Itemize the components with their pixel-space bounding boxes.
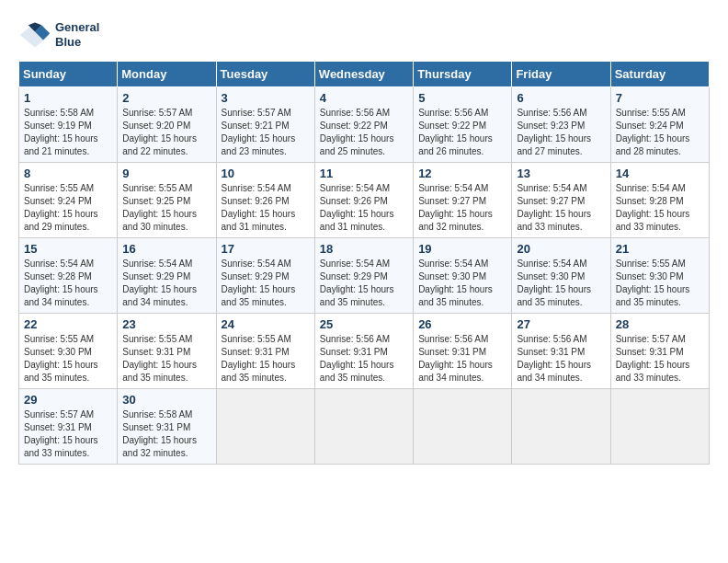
- day-info: Sunrise: 5:54 AMSunset: 9:26 PMDaylight:…: [222, 182, 310, 234]
- calendar-cell: 1Sunrise: 5:58 AMSunset: 9:19 PMDaylight…: [19, 87, 118, 163]
- day-info: Sunrise: 5:54 AMSunset: 9:29 PMDaylight:…: [222, 258, 310, 309]
- day-info: Sunrise: 5:55 AMSunset: 9:25 PMDaylight:…: [122, 182, 210, 234]
- calendar-cell: 23Sunrise: 5:55 AMSunset: 9:31 PMDayligh…: [118, 314, 216, 389]
- calendar-cell: 14Sunrise: 5:54 AMSunset: 9:28 PMDayligh…: [610, 163, 709, 238]
- calendar-header-wednesday: Wednesday: [314, 62, 413, 87]
- calendar-cell: [314, 389, 413, 465]
- calendar-cell: 11Sunrise: 5:54 AMSunset: 9:26 PMDayligh…: [314, 163, 413, 238]
- calendar-cell: 8Sunrise: 5:55 AMSunset: 9:24 PMDaylight…: [19, 163, 118, 238]
- calendar-cell: 29Sunrise: 5:57 AMSunset: 9:31 PMDayligh…: [19, 389, 118, 465]
- day-info: Sunrise: 5:56 AMSunset: 9:31 PMDaylight:…: [320, 333, 408, 385]
- day-info: Sunrise: 5:57 AMSunset: 9:20 PMDaylight:…: [122, 107, 210, 158]
- calendar-cell: 26Sunrise: 5:56 AMSunset: 9:31 PMDayligh…: [414, 314, 512, 389]
- day-info: Sunrise: 5:58 AMSunset: 9:19 PMDaylight:…: [24, 107, 112, 158]
- day-number: 15: [24, 242, 112, 256]
- day-number: 30: [122, 393, 210, 407]
- day-info: Sunrise: 5:55 AMSunset: 9:24 PMDaylight:…: [616, 107, 704, 158]
- day-info: Sunrise: 5:57 AMSunset: 9:21 PMDaylight:…: [222, 107, 310, 158]
- calendar-cell: 18Sunrise: 5:54 AMSunset: 9:29 PMDayligh…: [314, 238, 413, 314]
- page-header: General Blue: [18, 18, 710, 52]
- day-number: 8: [24, 167, 112, 180]
- day-info: Sunrise: 5:55 AMSunset: 9:31 PMDaylight:…: [222, 333, 310, 385]
- day-info: Sunrise: 5:55 AMSunset: 9:31 PMDaylight:…: [122, 333, 210, 385]
- calendar-cell: 21Sunrise: 5:55 AMSunset: 9:30 PMDayligh…: [610, 238, 709, 314]
- calendar-cell: 15Sunrise: 5:54 AMSunset: 9:28 PMDayligh…: [19, 238, 118, 314]
- day-info: Sunrise: 5:56 AMSunset: 9:22 PMDaylight:…: [320, 107, 408, 158]
- day-number: 12: [418, 167, 506, 180]
- calendar-cell: 28Sunrise: 5:57 AMSunset: 9:31 PMDayligh…: [610, 314, 709, 389]
- day-info: Sunrise: 5:57 AMSunset: 9:31 PMDaylight:…: [24, 408, 112, 460]
- day-info: Sunrise: 5:54 AMSunset: 9:29 PMDaylight:…: [320, 258, 408, 309]
- calendar-cell: 6Sunrise: 5:56 AMSunset: 9:23 PMDaylight…: [512, 87, 610, 163]
- calendar-cell: 10Sunrise: 5:54 AMSunset: 9:26 PMDayligh…: [216, 163, 314, 238]
- day-info: Sunrise: 5:54 AMSunset: 9:26 PMDaylight:…: [320, 182, 408, 234]
- calendar-cell: 24Sunrise: 5:55 AMSunset: 9:31 PMDayligh…: [216, 314, 314, 389]
- calendar-cell: 25Sunrise: 5:56 AMSunset: 9:31 PMDayligh…: [314, 314, 413, 389]
- day-number: 5: [418, 91, 506, 105]
- calendar-table: SundayMondayTuesdayWednesdayThursdayFrid…: [18, 61, 710, 465]
- day-number: 3: [222, 91, 310, 105]
- calendar-header-friday: Friday: [512, 62, 610, 87]
- day-info: Sunrise: 5:54 AMSunset: 9:29 PMDaylight:…: [122, 258, 210, 309]
- calendar-week-row: 8Sunrise: 5:55 AMSunset: 9:24 PMDaylight…: [19, 163, 710, 238]
- day-number: 4: [320, 91, 408, 105]
- day-number: 29: [24, 393, 112, 407]
- calendar-week-row: 22Sunrise: 5:55 AMSunset: 9:30 PMDayligh…: [19, 314, 710, 389]
- day-number: 1: [24, 91, 112, 105]
- day-info: Sunrise: 5:54 AMSunset: 9:30 PMDaylight:…: [517, 258, 605, 309]
- logo: General Blue: [18, 18, 99, 52]
- day-number: 2: [122, 91, 210, 105]
- calendar-cell: [414, 389, 512, 465]
- calendar-cell: 2Sunrise: 5:57 AMSunset: 9:20 PMDaylight…: [118, 87, 216, 163]
- day-number: 14: [616, 167, 704, 180]
- day-info: Sunrise: 5:55 AMSunset: 9:30 PMDaylight:…: [616, 258, 704, 309]
- day-info: Sunrise: 5:56 AMSunset: 9:31 PMDaylight:…: [517, 333, 605, 385]
- day-info: Sunrise: 5:55 AMSunset: 9:24 PMDaylight:…: [24, 182, 112, 234]
- day-number: 17: [222, 242, 310, 256]
- calendar-cell: 20Sunrise: 5:54 AMSunset: 9:30 PMDayligh…: [512, 238, 610, 314]
- calendar-cell: 3Sunrise: 5:57 AMSunset: 9:21 PMDaylight…: [216, 87, 314, 163]
- day-info: Sunrise: 5:54 AMSunset: 9:30 PMDaylight:…: [418, 258, 506, 309]
- calendar-cell: 19Sunrise: 5:54 AMSunset: 9:30 PMDayligh…: [414, 238, 512, 314]
- day-info: Sunrise: 5:54 AMSunset: 9:28 PMDaylight:…: [24, 258, 112, 309]
- day-info: Sunrise: 5:57 AMSunset: 9:31 PMDaylight:…: [616, 333, 704, 385]
- calendar-week-row: 15Sunrise: 5:54 AMSunset: 9:28 PMDayligh…: [19, 238, 710, 314]
- day-number: 21: [616, 242, 704, 256]
- calendar-cell: 16Sunrise: 5:54 AMSunset: 9:29 PMDayligh…: [118, 238, 216, 314]
- day-number: 9: [122, 167, 210, 180]
- day-number: 19: [418, 242, 506, 256]
- calendar-week-row: 29Sunrise: 5:57 AMSunset: 9:31 PMDayligh…: [19, 389, 710, 465]
- calendar-cell: 4Sunrise: 5:56 AMSunset: 9:22 PMDaylight…: [314, 87, 413, 163]
- day-number: 6: [517, 91, 605, 105]
- day-info: Sunrise: 5:54 AMSunset: 9:28 PMDaylight:…: [616, 182, 704, 234]
- day-number: 25: [320, 317, 408, 331]
- day-number: 11: [320, 167, 408, 180]
- calendar-cell: 9Sunrise: 5:55 AMSunset: 9:25 PMDaylight…: [118, 163, 216, 238]
- calendar-header-thursday: Thursday: [414, 62, 512, 87]
- calendar-cell: [216, 389, 314, 465]
- day-number: 26: [418, 317, 506, 331]
- calendar-cell: [512, 389, 610, 465]
- calendar-cell: 30Sunrise: 5:58 AMSunset: 9:31 PMDayligh…: [118, 389, 216, 465]
- calendar-header-sunday: Sunday: [19, 62, 118, 87]
- day-info: Sunrise: 5:56 AMSunset: 9:31 PMDaylight:…: [418, 333, 506, 385]
- day-number: 10: [222, 167, 310, 180]
- day-number: 22: [24, 317, 112, 331]
- day-number: 18: [320, 242, 408, 256]
- calendar-cell: 12Sunrise: 5:54 AMSunset: 9:27 PMDayligh…: [414, 163, 512, 238]
- day-number: 16: [122, 242, 210, 256]
- day-info: Sunrise: 5:56 AMSunset: 9:23 PMDaylight:…: [517, 107, 605, 158]
- calendar-week-row: 1Sunrise: 5:58 AMSunset: 9:19 PMDaylight…: [19, 87, 710, 163]
- day-info: Sunrise: 5:54 AMSunset: 9:27 PMDaylight:…: [517, 182, 605, 234]
- day-number: 23: [122, 317, 210, 331]
- calendar-header-saturday: Saturday: [610, 62, 709, 87]
- day-info: Sunrise: 5:54 AMSunset: 9:27 PMDaylight:…: [418, 182, 506, 234]
- logo-icon: [18, 18, 51, 52]
- calendar-header-monday: Monday: [118, 62, 216, 87]
- logo-text: General Blue: [55, 20, 99, 49]
- calendar-cell: 27Sunrise: 5:56 AMSunset: 9:31 PMDayligh…: [512, 314, 610, 389]
- day-number: 27: [517, 317, 605, 331]
- day-number: 28: [616, 317, 704, 331]
- day-number: 20: [517, 242, 605, 256]
- calendar-cell: 7Sunrise: 5:55 AMSunset: 9:24 PMDaylight…: [610, 87, 709, 163]
